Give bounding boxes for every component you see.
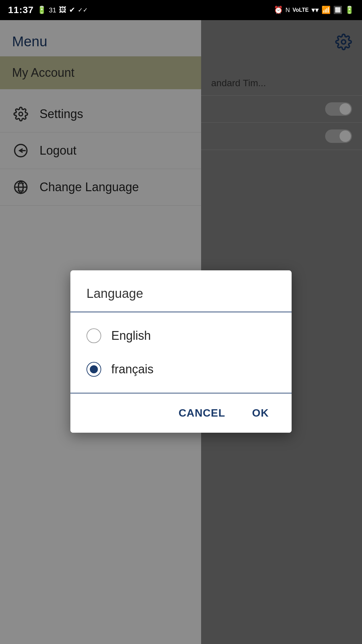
no-sim-icon: 🔲 (333, 6, 342, 14)
status-time: 11:37 (8, 5, 34, 15)
checkmark-icon: ✓✓ (78, 6, 88, 14)
photo-icon: 🖼 (59, 6, 66, 14)
status-bar-left: 11:37 🔋 31 🖼 ✔ ✓✓ (8, 5, 88, 15)
language-dialog: Language English français CANCEL OK (70, 270, 292, 433)
nfc-icon: N (286, 7, 290, 14)
dialog-title-section: Language (70, 270, 292, 312)
wifi-icon: ▾▾ (311, 6, 319, 14)
signal-icon: 📶 (321, 6, 330, 14)
dialog-actions: CANCEL OK (70, 393, 292, 433)
check-circle-icon: ✔ (69, 6, 75, 14)
battery-icon: 🔋 (345, 6, 354, 14)
english-option[interactable]: English (70, 319, 292, 353)
francais-label: français (111, 362, 154, 376)
status-bar: 11:37 🔋 31 🖼 ✔ ✓✓ ⏰ N VoLTE ▾▾ 📶 🔲 🔋 (0, 0, 362, 20)
calendar-icon: 31 (49, 6, 56, 14)
english-label: English (111, 329, 151, 343)
francais-option[interactable]: français (70, 353, 292, 386)
ok-button[interactable]: OK (245, 404, 276, 423)
battery-plus-icon: 🔋 (37, 6, 46, 14)
app-background: Menu My Account Settings (0, 20, 362, 644)
radio-selected-dot (90, 365, 98, 373)
dialog-title: Language (86, 286, 143, 301)
dialog-options: English français (70, 312, 292, 393)
francais-radio[interactable] (86, 362, 101, 377)
status-icons-right: ⏰ N VoLTE ▾▾ 📶 🔲 🔋 (274, 6, 354, 14)
cancel-button[interactable]: CANCEL (172, 404, 232, 423)
volte-icon: VoLTE (293, 7, 309, 13)
english-radio[interactable] (86, 328, 101, 343)
status-icons-left: 🔋 31 🖼 ✔ ✓✓ (37, 6, 88, 14)
alarm-icon: ⏰ (274, 6, 283, 14)
